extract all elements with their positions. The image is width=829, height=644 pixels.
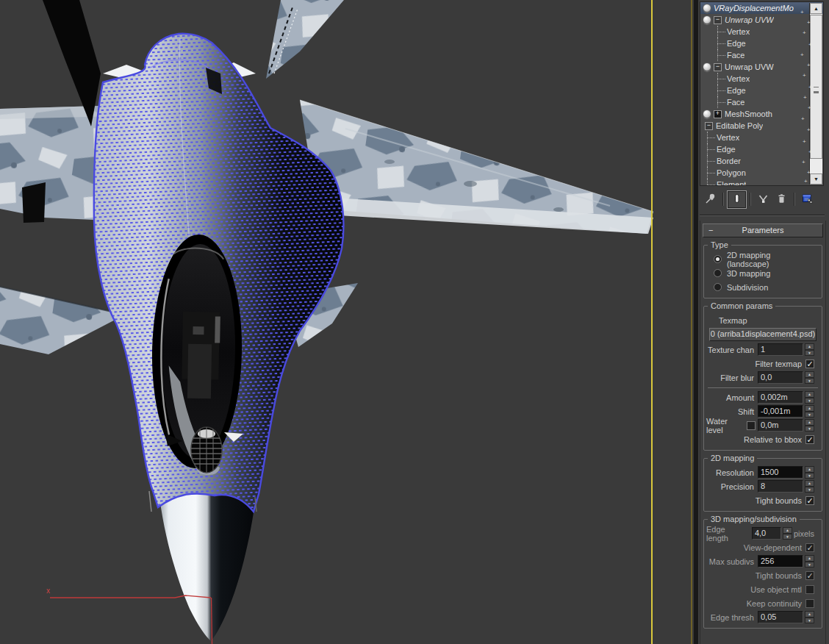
- resolution-spinner[interactable]: [805, 466, 814, 479]
- make-unique-icon: [757, 193, 769, 207]
- spinner-up-icon[interactable]: [805, 391, 814, 398]
- amount-field[interactable]: 0,002m: [758, 391, 803, 404]
- spinner-up-icon[interactable]: [805, 480, 814, 487]
- spinner-down-icon[interactable]: [805, 398, 814, 404]
- panel-divider: [700, 215, 825, 216]
- spinner-up-icon[interactable]: [805, 555, 814, 562]
- stack-item-label: Border: [717, 157, 741, 165]
- speckle: +: [800, 10, 804, 15]
- tree-branch-line: [717, 85, 727, 96]
- spinner-down-icon[interactable]: [783, 534, 792, 540]
- stack-item-label: Element: [717, 180, 746, 186]
- stack-item-edge[interactable]: Edge: [700, 37, 823, 49]
- filter-blur-spinner[interactable]: [805, 371, 814, 384]
- checkbox-tight-bounds[interactable]: [805, 571, 814, 580]
- resolution-field[interactable]: 1500: [758, 466, 803, 479]
- modifier-bulb-icon[interactable]: [703, 62, 711, 71]
- show-end-result-icon: [731, 193, 743, 207]
- edge-thresh-spinner[interactable]: [805, 611, 814, 623]
- checkbox-water-level[interactable]: [747, 421, 756, 430]
- stack-scrollbar[interactable]: [809, 3, 822, 185]
- modifier-stack-list[interactable]: VRayDisplacementMoUnwrap UVWVertexEdgeFa…: [700, 1, 824, 186]
- edge-length-field[interactable]: 4,0: [752, 527, 781, 540]
- expand-icon[interactable]: [714, 110, 722, 118]
- param-label: 3D mapping: [727, 269, 770, 278]
- make-unique-button[interactable]: [754, 191, 772, 208]
- tree-branch-line: [717, 26, 727, 37]
- stack-item-label: Polygon: [717, 168, 746, 177]
- checkbox-filter-texmap[interactable]: [805, 359, 814, 368]
- checkbox-use-object-mtl[interactable]: [805, 585, 814, 594]
- parameters-rollout-header[interactable]: Parameters: [703, 223, 823, 237]
- modifier-bulb-icon[interactable]: [703, 110, 711, 118]
- show-end-result-button[interactable]: [727, 190, 747, 209]
- spinner-up-icon[interactable]: [805, 419, 814, 426]
- stack-item-face[interactable]: Face: [700, 49, 823, 61]
- tree-branch-line: [706, 155, 717, 167]
- max-subdivs-field[interactable]: 256: [758, 555, 803, 568]
- collapse-icon[interactable]: [705, 122, 713, 130]
- water-level-field[interactable]: 0,0m: [758, 419, 803, 432]
- stack-item-edge[interactable]: Edge: [700, 143, 823, 155]
- spinner-down-icon[interactable]: [805, 473, 814, 479]
- stack-item-polygon[interactable]: Polygon: [700, 167, 823, 179]
- spinner-down-icon[interactable]: [805, 487, 814, 493]
- edge-thresh-field[interactable]: 0,05: [758, 611, 803, 623]
- scroll-up-button[interactable]: [810, 3, 822, 14]
- spinner-up-icon[interactable]: [805, 405, 814, 412]
- spinner-down-icon[interactable]: [805, 412, 814, 418]
- checkbox-keep-continuity[interactable]: [805, 599, 814, 608]
- param-row-relative-to-bbox: Relative to bbox: [706, 432, 819, 446]
- spinner-down-icon[interactable]: [805, 350, 814, 357]
- stack-item-unwrap-uvw[interactable]: Unwrap UVW: [700, 14, 823, 26]
- modifier-bulb-icon[interactable]: [703, 4, 711, 12]
- spinner-down-icon[interactable]: [805, 378, 814, 384]
- spinner-up-icon[interactable]: [805, 343, 814, 350]
- collapse-icon[interactable]: [714, 63, 722, 71]
- perspective-viewport[interactable]: x: [0, 0, 698, 644]
- scroll-down-button[interactable]: [810, 173, 822, 185]
- radio-3d-mapping[interactable]: [714, 269, 722, 277]
- spinner-up-icon[interactable]: [783, 527, 792, 534]
- configure-modifier-sets-button[interactable]: [798, 191, 817, 208]
- shift-spinner[interactable]: [805, 405, 814, 418]
- modifier-bulb-icon[interactable]: [703, 15, 711, 24]
- spinner-up-icon[interactable]: [805, 611, 814, 618]
- checkbox-tight-bounds[interactable]: [805, 496, 814, 505]
- checkbox-view-dependent[interactable]: [805, 543, 814, 552]
- spinner-down-icon[interactable]: [805, 618, 814, 624]
- spinner-up-icon[interactable]: [805, 466, 814, 473]
- spinner-down-icon[interactable]: [805, 562, 814, 568]
- checkbox-relative-to-bbox[interactable]: [805, 435, 814, 444]
- shift-field[interactable]: -0,001m: [758, 405, 803, 418]
- max-subdivs-spinner[interactable]: [805, 555, 814, 568]
- speckle: +: [804, 179, 808, 185]
- precision-field[interactable]: 8: [758, 480, 803, 493]
- edge-length-spinner[interactable]: [783, 527, 792, 540]
- radio-subdivision[interactable]: [714, 283, 722, 291]
- filter-blur-field[interactable]: 0,0: [758, 371, 803, 384]
- texture-chan-field[interactable]: 1: [758, 343, 803, 356]
- speckle: +: [808, 42, 812, 48]
- texture-chan-spinner[interactable]: [805, 343, 814, 356]
- water-level-spinner[interactable]: [805, 419, 814, 432]
- param-label: Edge thresh: [711, 613, 754, 622]
- pin-stack-button[interactable]: [701, 191, 719, 208]
- speckle: +: [803, 30, 806, 36]
- remove-modifier-button[interactable]: [772, 191, 791, 208]
- spinner-down-icon[interactable]: [805, 426, 814, 432]
- radio-2d-mapping-landscape[interactable]: [714, 255, 722, 263]
- stack-item-label: Edge: [727, 39, 746, 48]
- stack-item-vraydisplacementmo[interactable]: VRayDisplacementMo: [700, 2, 823, 14]
- stack-item-unwrap-uvw[interactable]: Unwrap UVW: [700, 61, 823, 73]
- precision-spinner[interactable]: [805, 480, 814, 493]
- param-label: 2D mapping (landscape): [727, 251, 814, 268]
- texmap-button[interactable]: 0 (arriba1displacement4.psd): [709, 328, 817, 341]
- tree-branch-line: [706, 167, 717, 179]
- collapse-icon[interactable]: [714, 16, 722, 24]
- amount-spinner[interactable]: [805, 391, 814, 404]
- group-title: Common params: [708, 301, 775, 310]
- speckle: +: [803, 139, 806, 145]
- spinner-up-icon[interactable]: [805, 371, 814, 378]
- param-row-edge-thresh: Edge thresh0,05: [706, 610, 819, 624]
